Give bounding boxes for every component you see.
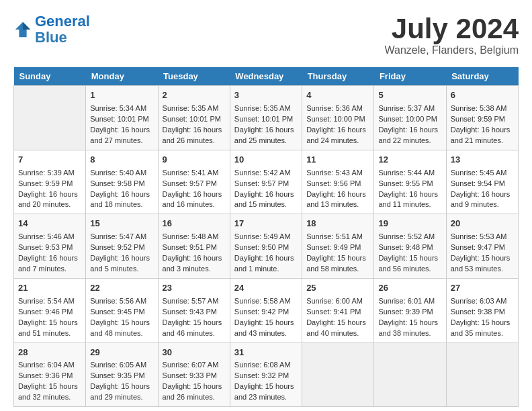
- sunset-text: Sunset: 9:54 PM: [451, 179, 505, 187]
- day-number: 7: [18, 154, 81, 167]
- sunrise-text: Sunrise: 5:42 AM: [234, 169, 291, 177]
- sunrise-text: Sunrise: 5:53 AM: [451, 232, 507, 240]
- day-number: 22: [90, 282, 153, 295]
- sunrise-text: Sunrise: 5:45 AM: [451, 169, 507, 177]
- sunrise-text: Sunrise: 5:56 AM: [90, 297, 146, 305]
- calendar-cell: 6Sunrise: 5:38 AMSunset: 9:59 PMDaylight…: [446, 86, 518, 150]
- sunset-text: Sunset: 9:43 PM: [163, 308, 217, 316]
- daylight-text: Daylight: 15 hours and 48 minutes.: [90, 318, 150, 337]
- sunset-text: Sunset: 10:00 PM: [378, 115, 437, 123]
- daylight-text: Daylight: 16 hours and 16 minutes.: [163, 190, 222, 209]
- daylight-text: Daylight: 16 hours and 24 minutes.: [306, 126, 366, 144]
- day-number: 27: [451, 282, 514, 295]
- sunrise-text: Sunrise: 5:57 AM: [163, 297, 219, 305]
- daylight-text: Daylight: 16 hours and 1 minute.: [234, 254, 294, 273]
- day-number: 10: [234, 154, 298, 167]
- calendar-week-row: 28Sunrise: 6:04 AMSunset: 9:36 PMDayligh…: [14, 342, 519, 407]
- day-number: 12: [378, 154, 441, 167]
- column-header-thursday: Thursday: [302, 67, 374, 86]
- sunset-text: Sunset: 10:01 PM: [163, 115, 221, 123]
- sunset-text: Sunset: 9:56 PM: [306, 179, 361, 187]
- day-number: 1: [90, 89, 153, 102]
- calendar-week-row: 1Sunrise: 5:34 AMSunset: 10:01 PMDayligh…: [14, 86, 519, 150]
- sunrise-text: Sunrise: 6:00 AM: [306, 297, 363, 305]
- daylight-text: Daylight: 15 hours and 29 minutes.: [90, 382, 150, 401]
- daylight-text: Daylight: 16 hours and 18 minutes.: [90, 190, 150, 209]
- sunset-text: Sunset: 9:57 PM: [234, 179, 289, 187]
- calendar-cell: 5Sunrise: 5:37 AMSunset: 10:00 PMDayligh…: [374, 86, 446, 150]
- day-number: 13: [451, 154, 514, 167]
- daylight-text: Daylight: 15 hours and 23 minutes.: [234, 382, 294, 401]
- sunset-text: Sunset: 9:35 PM: [90, 371, 144, 379]
- daylight-text: Daylight: 16 hours and 13 minutes.: [306, 190, 366, 209]
- location-title: Wanzele, Flanders, Belgium: [385, 44, 519, 56]
- daylight-text: Daylight: 16 hours and 27 minutes.: [90, 126, 150, 144]
- sunset-text: Sunset: 10:01 PM: [90, 115, 148, 123]
- logo: General Blue: [13, 13, 90, 46]
- logo-line2: Blue: [35, 29, 67, 46]
- calendar-cell: 13Sunrise: 5:45 AMSunset: 9:54 PMDayligh…: [446, 150, 518, 214]
- title-area: July 2024 Wanzele, Flanders, Belgium: [385, 13, 519, 56]
- day-number: 24: [234, 282, 298, 295]
- calendar-cell: [374, 342, 446, 407]
- calendar-cell: 3Sunrise: 5:35 AMSunset: 10:01 PMDayligh…: [230, 86, 302, 150]
- logo-text: General Blue: [35, 13, 90, 46]
- day-number: 17: [234, 218, 298, 230]
- calendar-cell: 1Sunrise: 5:34 AMSunset: 10:01 PMDayligh…: [86, 86, 158, 150]
- day-number: 25: [306, 282, 369, 295]
- day-number: 5: [378, 89, 441, 102]
- sunrise-text: Sunrise: 6:07 AM: [163, 361, 219, 369]
- calendar-cell: 12Sunrise: 5:44 AMSunset: 9:55 PMDayligh…: [374, 150, 446, 214]
- calendar-cell: 19Sunrise: 5:52 AMSunset: 9:48 PMDayligh…: [374, 214, 446, 279]
- day-number: 11: [306, 154, 369, 167]
- calendar-cell: 28Sunrise: 6:04 AMSunset: 9:36 PMDayligh…: [14, 342, 86, 407]
- page-header: General Blue July 2024 Wanzele, Flanders…: [13, 13, 519, 56]
- calendar-cell: 15Sunrise: 5:47 AMSunset: 9:52 PMDayligh…: [86, 214, 158, 279]
- calendar-cell: [14, 86, 86, 150]
- sunset-text: Sunset: 9:51 PM: [163, 243, 217, 251]
- calendar-cell: 20Sunrise: 5:53 AMSunset: 9:47 PMDayligh…: [446, 214, 518, 279]
- sunrise-text: Sunrise: 5:35 AM: [163, 104, 219, 112]
- sunset-text: Sunset: 9:42 PM: [234, 308, 289, 316]
- daylight-text: Daylight: 16 hours and 20 minutes.: [18, 190, 78, 209]
- logo-icon: [13, 20, 32, 39]
- day-number: 20: [451, 218, 514, 230]
- daylight-text: Daylight: 15 hours and 51 minutes.: [18, 318, 78, 337]
- sunset-text: Sunset: 9:57 PM: [163, 179, 217, 187]
- daylight-text: Daylight: 15 hours and 43 minutes.: [234, 318, 294, 337]
- day-number: 15: [90, 218, 153, 230]
- calendar-cell: 11Sunrise: 5:43 AMSunset: 9:56 PMDayligh…: [302, 150, 374, 214]
- calendar-header-row: SundayMondayTuesdayWednesdayThursdayFrid…: [14, 67, 519, 86]
- calendar-cell: [302, 342, 374, 407]
- calendar-cell: 10Sunrise: 5:42 AMSunset: 9:57 PMDayligh…: [230, 150, 302, 214]
- sunset-text: Sunset: 9:50 PM: [234, 243, 289, 251]
- column-header-wednesday: Wednesday: [230, 67, 302, 86]
- sunset-text: Sunset: 9:36 PM: [18, 371, 73, 379]
- calendar-cell: 14Sunrise: 5:46 AMSunset: 9:53 PMDayligh…: [14, 214, 86, 279]
- sunrise-text: Sunrise: 5:40 AM: [90, 169, 146, 177]
- sunrise-text: Sunrise: 5:36 AM: [306, 104, 363, 112]
- calendar-cell: 26Sunrise: 6:01 AMSunset: 9:39 PMDayligh…: [374, 278, 446, 342]
- sunrise-text: Sunrise: 5:52 AM: [378, 232, 435, 240]
- daylight-text: Daylight: 15 hours and 56 minutes.: [378, 254, 438, 273]
- calendar-cell: 9Sunrise: 5:41 AMSunset: 9:57 PMDaylight…: [158, 150, 230, 214]
- day-number: 14: [18, 218, 81, 230]
- column-header-tuesday: Tuesday: [158, 67, 230, 86]
- calendar-cell: 17Sunrise: 5:49 AMSunset: 9:50 PMDayligh…: [230, 214, 302, 279]
- sunrise-text: Sunrise: 5:35 AM: [234, 104, 291, 112]
- calendar-cell: 4Sunrise: 5:36 AMSunset: 10:00 PMDayligh…: [302, 86, 374, 150]
- day-number: 23: [163, 282, 226, 295]
- calendar-cell: 16Sunrise: 5:48 AMSunset: 9:51 PMDayligh…: [158, 214, 230, 279]
- daylight-text: Daylight: 15 hours and 26 minutes.: [163, 382, 222, 401]
- calendar-cell: [446, 342, 518, 407]
- day-number: 31: [234, 347, 298, 359]
- calendar-cell: 27Sunrise: 6:03 AMSunset: 9:38 PMDayligh…: [446, 278, 518, 342]
- daylight-text: Daylight: 16 hours and 25 minutes.: [234, 126, 294, 144]
- daylight-text: Daylight: 15 hours and 46 minutes.: [163, 318, 222, 337]
- column-header-sunday: Sunday: [14, 67, 86, 86]
- daylight-text: Daylight: 15 hours and 40 minutes.: [306, 318, 366, 337]
- daylight-text: Daylight: 16 hours and 7 minutes.: [18, 254, 78, 273]
- sunset-text: Sunset: 9:49 PM: [306, 243, 361, 251]
- svg-marker-1: [23, 22, 30, 30]
- daylight-text: Daylight: 15 hours and 53 minutes.: [451, 254, 511, 273]
